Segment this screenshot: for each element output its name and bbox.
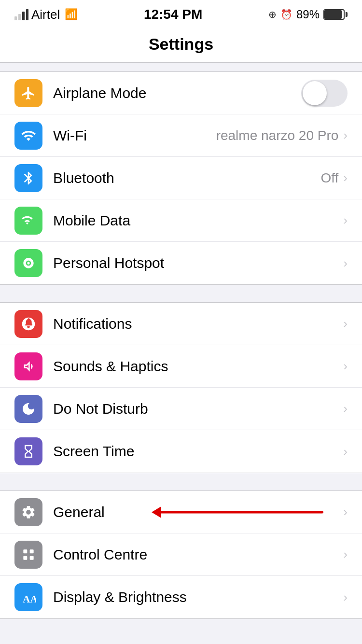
notifications-section: Notifications › Sounds & Haptics › Do No… xyxy=(0,302,362,473)
bluetooth-label: Bluetooth xyxy=(53,170,320,186)
general-icon-wrap xyxy=(14,498,42,526)
signal-bar-3 xyxy=(22,12,25,20)
wifi-icon-wrap xyxy=(14,122,42,150)
airplane-mode-row[interactable]: Airplane Mode xyxy=(0,72,362,114)
toggle-knob xyxy=(303,81,327,105)
battery-percent: 89% xyxy=(296,8,320,21)
status-right: ⊕ ⏰ 89% xyxy=(268,8,348,21)
screen-time-row[interactable]: Screen Time › xyxy=(0,430,362,473)
mobile-data-row[interactable]: Mobile Data › xyxy=(0,199,362,242)
sounds-haptics-chevron: › xyxy=(343,359,348,374)
display-icon-wrap: AA xyxy=(14,583,42,611)
wifi-row[interactable]: Wi-Fi realme narzo 20 Pro › xyxy=(0,114,362,157)
wifi-chevron: › xyxy=(343,128,348,143)
bluetooth-icon-wrap xyxy=(14,164,42,192)
hotspot-icon xyxy=(21,255,36,271)
airplane-mode-icon-wrap xyxy=(14,79,42,107)
control-centre-icon-wrap xyxy=(14,541,42,569)
wifi-label: Wi-Fi xyxy=(53,127,216,144)
sounds-icon-wrap xyxy=(14,352,42,380)
bell-icon xyxy=(21,316,36,332)
svg-rect-3 xyxy=(30,556,34,560)
volume-icon xyxy=(21,359,36,374)
hourglass-icon xyxy=(21,444,36,459)
general-label: General xyxy=(53,504,343,520)
svg-rect-1 xyxy=(30,549,34,553)
airplane-icon xyxy=(21,85,36,101)
display-brightness-chevron: › xyxy=(343,590,348,605)
control-centre-label: Control Centre xyxy=(53,546,343,563)
connectivity-section: Airplane Mode Wi-Fi realme narzo 20 Pro … xyxy=(0,71,362,285)
signal-bar-2 xyxy=(18,14,21,20)
sounds-haptics-label: Sounds & Haptics xyxy=(53,358,343,375)
signal-bar-1 xyxy=(14,16,17,20)
personal-hotspot-chevron: › xyxy=(343,256,348,271)
status-left: Airtel 📶 xyxy=(14,7,78,22)
dnd-icon-wrap xyxy=(14,395,42,423)
wifi-status-icon: 📶 xyxy=(65,8,78,21)
display-brightness-label: Display & Brightness xyxy=(53,589,343,605)
moon-icon xyxy=(21,401,36,417)
carrier-name: Airtel xyxy=(31,7,60,22)
control-centre-row[interactable]: Control Centre › xyxy=(0,533,362,576)
notifications-label: Notifications xyxy=(53,316,343,332)
personal-hotspot-row[interactable]: Personal Hotspot › xyxy=(0,242,362,284)
gap-1 xyxy=(0,285,362,302)
screen-time-chevron: › xyxy=(343,444,348,459)
bluetooth-row[interactable]: Bluetooth Off › xyxy=(0,157,362,199)
hotspot-icon-wrap xyxy=(14,249,42,277)
display-brightness-row[interactable]: AA Display & Brightness › xyxy=(0,576,362,618)
gap-2 xyxy=(0,473,362,490)
sliders-icon xyxy=(21,547,36,562)
general-row[interactable]: General › xyxy=(0,491,362,533)
wifi-icon xyxy=(21,128,36,143)
dnd-chevron: › xyxy=(343,401,348,416)
location-icon: ⊕ xyxy=(268,9,277,20)
screen-time-icon-wrap xyxy=(14,437,42,465)
settings-content: Airplane Mode Wi-Fi realme narzo 20 Pro … xyxy=(0,63,362,619)
mobile-data-icon-wrap xyxy=(14,207,42,235)
svg-rect-2 xyxy=(23,556,27,560)
battery-icon xyxy=(323,9,348,20)
gear-icon xyxy=(21,504,36,520)
personal-hotspot-label: Personal Hotspot xyxy=(53,255,343,271)
screen-time-label: Screen Time xyxy=(53,443,343,460)
notifications-chevron: › xyxy=(343,316,348,331)
dnd-label: Do Not Disturb xyxy=(53,401,343,417)
airplane-mode-label: Airplane Mode xyxy=(53,85,301,101)
wifi-value: realme narzo 20 Pro xyxy=(216,128,339,143)
bluetooth-value: Off xyxy=(320,170,338,186)
signal-bar-4 xyxy=(26,9,28,20)
sounds-haptics-row[interactable]: Sounds & Haptics › xyxy=(0,345,362,388)
system-section: General › Control Centre › xyxy=(0,490,362,619)
svg-text:AA: AA xyxy=(23,593,36,605)
page-title-bar: Settings xyxy=(0,26,362,63)
airplane-mode-toggle[interactable] xyxy=(301,80,348,107)
do-not-disturb-row[interactable]: Do Not Disturb › xyxy=(0,388,362,430)
bluetooth-chevron: › xyxy=(343,170,348,185)
alarm-icon: ⏰ xyxy=(280,9,292,20)
signal-bars xyxy=(14,9,28,20)
notifications-row[interactable]: Notifications › xyxy=(0,303,362,345)
notifications-icon-wrap xyxy=(14,310,42,338)
general-chevron: › xyxy=(343,504,348,519)
status-bar: Airtel 📶 12:54 PM ⊕ ⏰ 89% xyxy=(0,0,362,26)
mobile-data-chevron: › xyxy=(343,213,348,228)
control-centre-chevron: › xyxy=(343,547,348,562)
mobile-data-label: Mobile Data xyxy=(53,212,343,229)
page-title: Settings xyxy=(0,35,362,54)
signal-icon xyxy=(21,213,36,228)
bluetooth-icon xyxy=(21,170,36,186)
status-time: 12:54 PM xyxy=(144,7,202,22)
text-size-icon: AA xyxy=(21,589,36,605)
svg-rect-0 xyxy=(23,549,27,553)
